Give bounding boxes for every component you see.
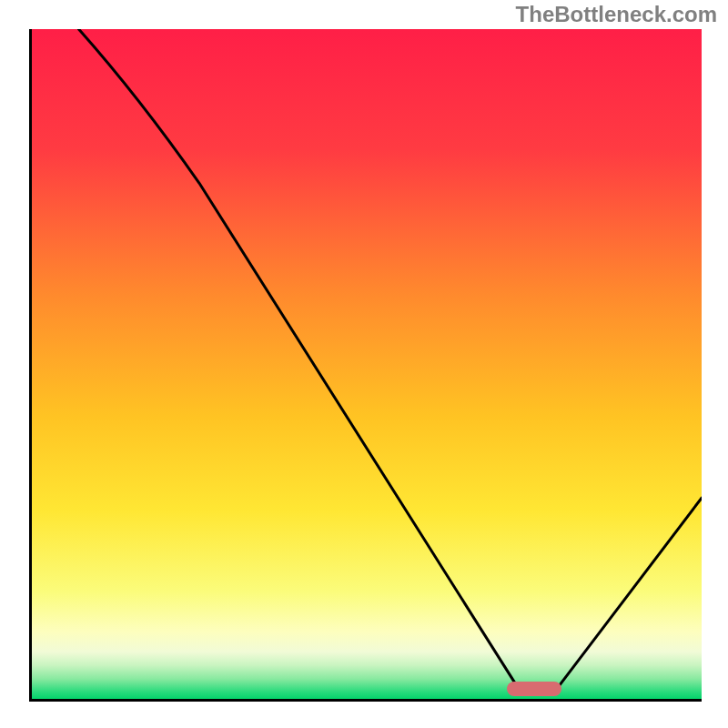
watermark-text: TheBottleneck.com <box>516 2 717 27</box>
bottleneck-curve <box>32 29 702 699</box>
chart-container: TheBottleneck.com <box>0 0 728 728</box>
optimal-marker <box>507 682 561 696</box>
plot-area <box>29 29 702 702</box>
